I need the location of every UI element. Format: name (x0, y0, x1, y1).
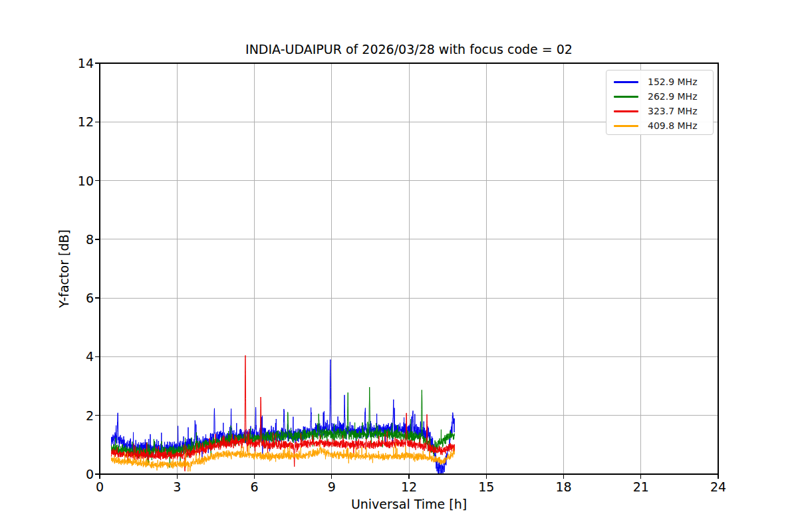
legend-entry: 323.7 MHz (614, 104, 713, 118)
legend: 152.9 MHz 262.9 MHz 323.7 MHz 409.8 MHz (606, 70, 714, 135)
x-tick-label: 0 (96, 479, 104, 494)
y-tick-label: 10 (57, 174, 94, 188)
x-tick-label: 24 (710, 479, 726, 494)
x-tick-label: 6 (250, 479, 258, 494)
y-tick-label: 8 (57, 232, 94, 247)
legend-label: 152.9 MHz (648, 76, 697, 87)
legend-entry: 409.8 MHz (614, 118, 713, 133)
legend-line-swatch (614, 81, 638, 83)
legend-line-swatch (614, 96, 638, 98)
legend-entry: 262.9 MHz (614, 89, 713, 104)
legend-label: 323.7 MHz (648, 106, 697, 116)
legend-line-swatch (614, 110, 638, 112)
x-tick-label: 21 (633, 479, 649, 494)
figure: INDIA-UDAIPUR of 2026/03/28 with focus c… (0, 0, 798, 532)
x-tick-label: 15 (478, 479, 494, 494)
legend-label: 262.9 MHz (648, 91, 697, 102)
x-tick-label: 3 (173, 479, 181, 494)
legend-line-swatch (614, 125, 638, 127)
y-tick-label: 6 (57, 291, 94, 305)
x-tick-label: 18 (555, 479, 571, 494)
x-axis-label: Universal Time [h] (100, 497, 718, 511)
x-tick-label: 12 (401, 479, 417, 494)
y-tick-label: 12 (57, 114, 94, 129)
y-tick-label: 14 (57, 56, 94, 70)
legend-label: 409.8 MHz (648, 120, 697, 131)
x-tick-label: 9 (328, 479, 336, 494)
y-tick-label: 0 (57, 467, 94, 481)
legend-entry: 152.9 MHz (614, 74, 713, 89)
y-tick-label: 2 (57, 408, 94, 423)
y-tick-label: 4 (57, 349, 94, 364)
chart-title: INDIA-UDAIPUR of 2026/03/28 with focus c… (100, 41, 718, 57)
